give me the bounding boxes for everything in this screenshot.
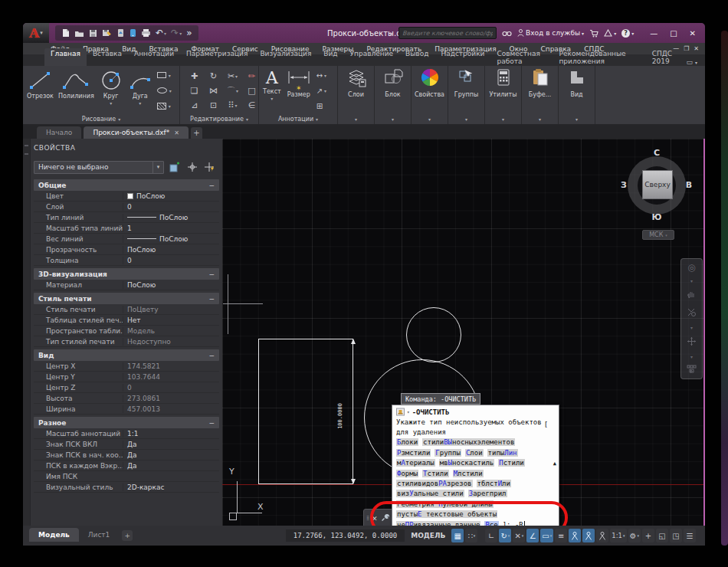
- tab-current-drawing[interactable]: Прокси-объекты.dxf* ✕: [84, 126, 188, 139]
- polyline-button[interactable]: Полилиния: [56, 67, 97, 114]
- chevron-down-icon[interactable]: ▾: [407, 409, 410, 415]
- block-icon[interactable]: [383, 67, 403, 90]
- command-keyword[interactable]: мвЫноскастиль: [439, 459, 494, 467]
- property-row[interactable]: Центр Z0: [34, 382, 219, 393]
- command-keyword[interactable]: Слои: [465, 449, 484, 457]
- collapse-icon[interactable]: −: [208, 270, 215, 278]
- rectangle-tool-button[interactable]: ▾: [157, 72, 172, 78]
- wcs-button[interactable]: МСК▾: [642, 230, 674, 240]
- ribbon-tab-совместная-работа[interactable]: Совместная работа: [490, 48, 553, 66]
- property-row[interactable]: Высота273.0861: [34, 393, 219, 404]
- viewcube-west[interactable]: З: [618, 180, 630, 190]
- panel-button-label[interactable]: Группы: [454, 91, 478, 98]
- customize-wrench-icon[interactable]: [381, 513, 389, 523]
- new-file-button[interactable]: [61, 28, 70, 38]
- leader-button[interactable]: ↗▾: [316, 87, 326, 95]
- status-snap-mode[interactable]: ∷▾: [465, 529, 477, 542]
- status-grid-display[interactable]: ▦: [451, 529, 464, 542]
- close-button[interactable]: ✕: [690, 29, 696, 38]
- command-keyword[interactable]: мАтериалы: [396, 459, 435, 467]
- tab-model[interactable]: Модель: [29, 528, 79, 542]
- viewcube-north[interactable]: С: [651, 148, 663, 158]
- status-polar-tracking[interactable]: ↻▾: [499, 529, 511, 542]
- property-value[interactable]: 0: [123, 257, 219, 264]
- collapse-icon[interactable]: −: [208, 419, 215, 427]
- panel-flyout[interactable]: ▾: [448, 114, 484, 124]
- ribbon-display-toggle[interactable]: ▭▾: [686, 58, 697, 66]
- panel-button-label[interactable]: Свойства: [415, 91, 444, 98]
- dimension-button[interactable]: ✶ Размер: [284, 67, 314, 114]
- property-row[interactable]: Вес линийПоСлою: [34, 234, 219, 244]
- status-object-snap-tracking[interactable]: ✕▾: [513, 529, 525, 542]
- property-value[interactable]: Да: [123, 441, 219, 448]
- command-keyword[interactable]: Рзмстили: [396, 449, 431, 457]
- fillet-button[interactable]: ⌒▾: [223, 84, 242, 98]
- collapse-icon[interactable]: −: [208, 182, 215, 189]
- property-row[interactable]: Таблица стилей печ...Нет: [34, 315, 219, 326]
- panel-flyout[interactable]: ▾: [338, 114, 374, 124]
- command-keyword[interactable]: пустыЕ текстовые объекты: [396, 510, 497, 518]
- command-keyword[interactable]: Формы: [396, 470, 418, 477]
- status-customization-menu[interactable]: ☰: [684, 529, 696, 542]
- property-value[interactable]: Недоступно: [123, 338, 219, 346]
- property-row[interactable]: Тип линийПоСлою: [34, 212, 219, 223]
- maximize-button[interactable]: □: [670, 29, 677, 38]
- mobile-device-button[interactable]: [130, 28, 136, 38]
- property-row[interactable]: Слой0: [34, 202, 219, 212]
- property-row[interactable]: Пространство табли...Модель: [34, 326, 219, 336]
- panel-button-label[interactable]: Блок: [385, 91, 400, 98]
- command-keyword[interactable]: Тстили: [422, 470, 449, 477]
- property-row[interactable]: ЦветПоСлою: [34, 191, 219, 202]
- viewcube-east[interactable]: В: [683, 180, 695, 190]
- view-block-icon[interactable]: [567, 67, 587, 90]
- property-row[interactable]: Масштаб аннотаций1:1: [34, 428, 219, 439]
- status-clean-screen[interactable]: ◳: [670, 529, 682, 542]
- property-row[interactable]: ПСК в каждом Вэкр...Да: [34, 460, 219, 471]
- show-motion-icon[interactable]: [687, 365, 697, 375]
- ribbon-tab-спдс-2019[interactable]: СПДС 2019: [646, 48, 687, 66]
- property-row[interactable]: Стиль печатиПоЦвету: [34, 304, 219, 315]
- viewcube-south[interactable]: Ю: [651, 212, 663, 222]
- mobile-upload-button[interactable]: [116, 28, 125, 38]
- status-crosshair-toggle[interactable]: +: [642, 529, 654, 542]
- drawing-canvas[interactable]: 100.0000 Y X С Ю З В Сверху МСК▾ ◎: [222, 139, 705, 526]
- status-annotation-autoscale[interactable]: [582, 529, 595, 542]
- command-keyword[interactable]: стилиВЫносныхэлементов: [422, 438, 515, 446]
- ribbon-tab-рекомендованные-приложения[interactable]: Рекомендованные приложения: [553, 48, 645, 66]
- command-window[interactable]: ▾ -ОЧИСТИТЬ Укажите тип неиспользуемых о…: [392, 405, 559, 526]
- orbit-icon[interactable]: [687, 336, 697, 349]
- property-row[interactable]: Визуальный стиль2D-каркас: [34, 482, 219, 493]
- viewcube-top-face[interactable]: Сверху: [642, 170, 673, 199]
- move-button[interactable]: ✚: [185, 69, 204, 84]
- property-value[interactable]: Нет: [123, 316, 219, 324]
- command-keyword[interactable]: типыЛин: [487, 449, 518, 457]
- new-tab-button[interactable]: +: [191, 127, 202, 139]
- clipboard-icon[interactable]: [530, 67, 550, 90]
- ellipse-tool-button[interactable]: ▾: [157, 87, 172, 93]
- section-header[interactable]: Общие−: [34, 179, 219, 191]
- command-keyword[interactable]: визУальные стили: [396, 490, 464, 497]
- new-layout-button[interactable]: +: [122, 530, 133, 541]
- rotate-button[interactable]: ↻: [204, 69, 223, 84]
- panel-button-label[interactable]: Слои: [348, 91, 364, 98]
- drag-grip-icon[interactable]: ⁞⁞: [366, 515, 369, 522]
- command-keyword[interactable]: стиливидовРАзрезов: [396, 480, 473, 487]
- panel-button-label[interactable]: Утилиты: [489, 91, 516, 98]
- stretch-button[interactable]: ⊿: [185, 98, 204, 113]
- zoom-extents-icon[interactable]: [687, 307, 697, 320]
- draw-panel-label[interactable]: Рисование▾: [23, 114, 179, 124]
- property-row[interactable]: Центр X174.5821: [34, 361, 219, 372]
- command-keyword[interactable]: геометрия Нулевой длины: [396, 500, 494, 508]
- command-keyword[interactable]: Млстили: [453, 470, 484, 477]
- groups-icon[interactable]: [457, 67, 477, 90]
- property-row[interactable]: Знак ПСК в нач. коо...Да: [34, 450, 219, 460]
- status-annotation-visibility[interactable]: [569, 529, 581, 542]
- app-menu-button[interactable]: A ▾: [23, 23, 49, 43]
- array-button[interactable]: ⠿▾: [223, 98, 242, 113]
- ribbon-tab-главная[interactable]: Главная: [44, 48, 87, 66]
- section-header[interactable]: Стиль печати−: [34, 293, 219, 304]
- status-annotation-scale[interactable]: [596, 529, 608, 542]
- section-header[interactable]: 3D-визуализация−: [34, 268, 219, 280]
- command-keyword[interactable]: Группы: [435, 449, 461, 457]
- annotation-panel-label[interactable]: Аннотации▾: [259, 114, 337, 124]
